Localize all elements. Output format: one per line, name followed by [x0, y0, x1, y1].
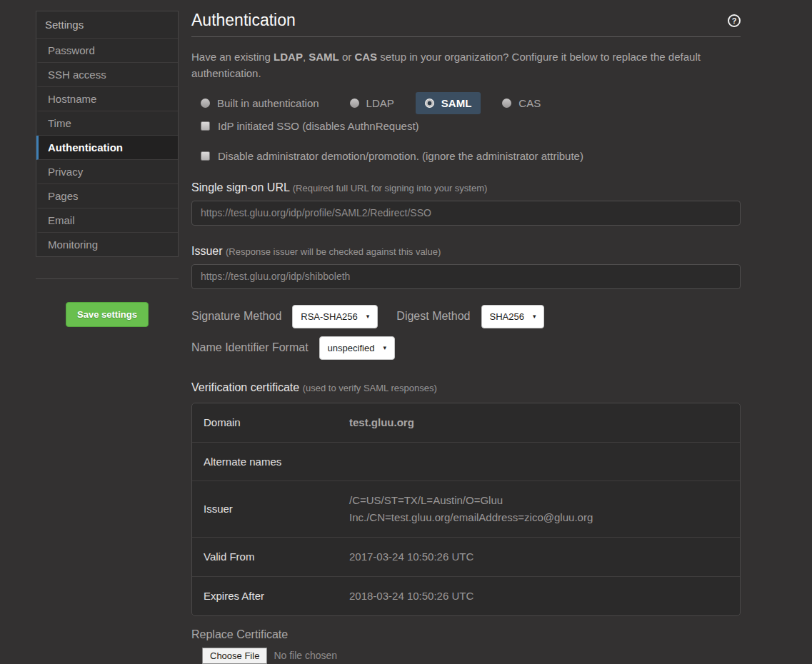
digest-method-label: Digest Method: [396, 310, 470, 323]
checkbox-label: Disable administrator demotion/promotion…: [218, 150, 583, 162]
table-row-alternate-names: Alternate names: [192, 442, 740, 481]
help-icon[interactable]: ?: [728, 14, 741, 27]
radio-icon: [502, 99, 511, 108]
table-row-domain: Domain test.gluu.org: [192, 403, 740, 442]
checkbox-idp-initiated-sso[interactable]: IdP initiated SSO (disables AuthnRequest…: [191, 120, 741, 132]
radio-label: SAML: [441, 97, 472, 109]
radio-cas[interactable]: CAS: [493, 92, 550, 114]
expires-after-value: 2018-03-24 10:50:26 UTC: [349, 588, 663, 605]
sidebar: Settings Password SSH access Hostname Ti…: [36, 11, 179, 327]
row-label: Domain: [192, 403, 338, 442]
row-value: 2018-03-24 10:50:26 UTC: [338, 576, 740, 615]
checkbox-disable-admin-demotion[interactable]: Disable administrator demotion/promotion…: [191, 150, 741, 162]
field-label-text: Issuer: [191, 245, 223, 257]
field-label-text: Single sign-on URL: [191, 181, 289, 193]
certificate-table: Domain test.gluu.org Alternate names Iss…: [191, 403, 741, 616]
valid-from-value: 2017-03-24 10:50:26 UTC: [349, 548, 663, 565]
save-settings-button[interactable]: Save settings: [66, 302, 149, 327]
radio-label: Built in authentication: [217, 97, 319, 109]
sidebar-item-privacy[interactable]: Privacy: [36, 160, 178, 184]
select-value: RSA-SHA256: [301, 311, 357, 322]
radio-saml[interactable]: SAML: [416, 92, 481, 114]
checkbox-icon: [201, 121, 210, 131]
radio-label: LDAP: [366, 97, 394, 109]
choose-file-button[interactable]: Choose File: [202, 648, 267, 664]
sidebar-item-email[interactable]: Email: [36, 208, 178, 233]
intro-text: Have an existing LDAP, SAML or CAS setup…: [191, 49, 709, 82]
sso-url-field-group: Single sign-on URL (Required full URL fo…: [191, 181, 741, 226]
row-value: [338, 442, 740, 481]
field-label-text: Verification certificate: [191, 381, 299, 393]
chevron-down-icon: ▾: [383, 344, 386, 351]
issuer-input[interactable]: [191, 264, 741, 289]
field-hint: (Required full URL for signing into your…: [293, 183, 488, 193]
sidebar-item-authentication[interactable]: Authentication: [36, 136, 178, 160]
intro-segment: Have an existing: [191, 51, 274, 63]
radio-label: CAS: [518, 97, 541, 109]
signature-method-label: Signature Method: [191, 310, 281, 323]
verification-certificate-label: Verification certificate (used to verify…: [191, 381, 741, 394]
table-row-expires-after: Expires After 2018-03-24 10:50:26 UTC: [192, 576, 740, 615]
name-identifier-row: Name Identifier Format unspecified ▾: [191, 336, 741, 360]
certificate-file-input[interactable]: Choose File No file chosen: [202, 648, 741, 664]
select-value: unspecified: [328, 343, 375, 353]
field-hint: (Response issuer will be checked against…: [226, 246, 441, 257]
file-status-text: No file chosen: [274, 650, 337, 661]
row-label: Alternate names: [192, 442, 338, 481]
row-label: Valid From: [192, 537, 338, 576]
row-value: test.gluu.org: [338, 403, 740, 442]
sso-url-input[interactable]: [191, 201, 741, 226]
intro-segment: ,: [303, 51, 309, 63]
page-title: Authentication: [191, 11, 296, 30]
signature-digest-row: Signature Method RSA-SHA256 ▾ Digest Met…: [191, 305, 741, 328]
radio-icon: [350, 99, 359, 108]
row-label: Expires After: [192, 576, 338, 615]
title-row: Authentication ?: [191, 11, 741, 30]
chevron-down-icon: ▾: [366, 313, 370, 320]
sidebar-item-hostname[interactable]: Hostname: [36, 87, 178, 111]
authentication-panel: Authentication ? Have an existing LDAP, …: [191, 11, 741, 664]
radio-built-in-authentication[interactable]: Built in authentication: [191, 92, 329, 114]
title-divider: [191, 36, 741, 37]
auth-method-options: Built in authentication LDAP SAML CAS: [191, 92, 741, 114]
name-identifier-format-select[interactable]: unspecified ▾: [319, 336, 395, 360]
radio-checked-icon: [425, 99, 434, 108]
sidebar-divider: [36, 278, 179, 279]
issuer-label: Issuer (Response issuer will be checked …: [191, 245, 741, 258]
sidebar-header: Settings: [36, 11, 178, 39]
checkbox-icon: [201, 151, 210, 161]
settings-page: Settings Password SSH access Hostname Ti…: [0, 0, 812, 664]
sidebar-item-monitoring[interactable]: Monitoring: [36, 233, 178, 256]
intro-segment: or: [339, 51, 355, 63]
checkbox-label: IdP initiated SSO (disables AuthnRequest…: [218, 120, 419, 132]
sso-url-label: Single sign-on URL (Required full URL fo…: [191, 181, 741, 194]
select-value: SHA256: [490, 311, 524, 322]
intro-segment-ldap: LDAP: [274, 51, 303, 63]
table-row-issuer: Issuer /C=US/ST=TX/L=Austin/O=Gluu Inc./…: [192, 481, 740, 537]
row-value: /C=US/ST=TX/L=Austin/O=Gluu Inc./CN=test…: [338, 481, 740, 537]
domain-value: test.gluu.org: [349, 414, 663, 431]
radio-ldap[interactable]: LDAP: [341, 92, 404, 114]
radio-icon: [201, 99, 210, 108]
intro-segment-saml: SAML: [309, 51, 339, 63]
row-value: 2017-03-24 10:50:26 UTC: [338, 537, 740, 576]
sidebar-item-time[interactable]: Time: [36, 111, 178, 136]
issuer-field-group: Issuer (Response issuer will be checked …: [191, 245, 741, 289]
sidebar-item-ssh-access[interactable]: SSH access: [36, 63, 178, 87]
table-row-valid-from: Valid From 2017-03-24 10:50:26 UTC: [192, 537, 740, 576]
replace-certificate-label: Replace Certificate: [191, 628, 741, 641]
digest-method-select[interactable]: SHA256 ▾: [481, 305, 545, 328]
chevron-down-icon: ▾: [533, 313, 536, 320]
field-hint: (used to verify SAML responses): [303, 383, 437, 393]
issuer-value: /C=US/ST=TX/L=Austin/O=Gluu Inc./CN=test…: [349, 492, 663, 526]
settings-menu: Settings Password SSH access Hostname Ti…: [36, 11, 179, 257]
sidebar-item-password[interactable]: Password: [36, 39, 178, 63]
row-label: Issuer: [192, 481, 338, 537]
sidebar-item-pages[interactable]: Pages: [36, 184, 178, 208]
signature-method-select[interactable]: RSA-SHA256 ▾: [292, 305, 378, 328]
intro-segment-cas: CAS: [354, 51, 377, 63]
name-identifier-format-label: Name Identifier Format: [191, 341, 309, 354]
